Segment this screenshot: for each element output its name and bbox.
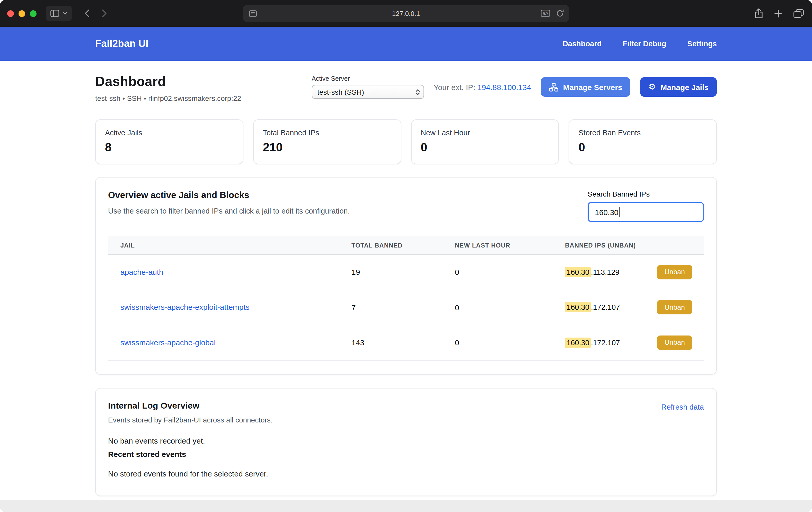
stat-card-stored-events: Stored Ban Events 0 <box>569 119 717 164</box>
unban-button[interactable]: Unban <box>657 336 692 350</box>
text-caret <box>619 207 620 217</box>
nav-item-settings[interactable]: Settings <box>688 39 717 48</box>
stat-value: 210 <box>263 140 392 154</box>
overview-subtitle: Use the search to filter banned IPs and … <box>108 207 350 215</box>
stat-card-total-banned: Total Banned IPs 210 <box>253 119 401 164</box>
forward-button[interactable] <box>97 6 112 21</box>
tab-overview-icon[interactable] <box>793 9 804 18</box>
column-header-jail: JAIL <box>108 241 339 249</box>
table-row: swissmakers-apache-exploit-attempts 7 0 … <box>108 290 704 325</box>
gear-icon: ⚙ <box>649 83 656 91</box>
total-banned-value: 7 <box>339 303 442 312</box>
sidebar-icon <box>51 10 59 17</box>
active-server-label: Active Server <box>312 75 424 82</box>
app-brand[interactable]: Fail2ban UI <box>95 38 148 49</box>
internal-log-card: Internal Log Overview Refresh data Event… <box>95 388 717 496</box>
new-last-hour-value: 0 <box>442 303 553 312</box>
banned-ip: 160.30.172.107 <box>565 339 620 347</box>
log-empty-events: No ban events recorded yet. <box>108 436 704 445</box>
stat-card-active-jails: Active Jails 8 <box>95 119 243 164</box>
translate-icon[interactable]: aA <box>541 10 550 17</box>
manage-jails-button[interactable]: ⚙ Manage Jails <box>640 77 717 97</box>
minimize-window-button[interactable] <box>19 10 25 17</box>
new-tab-icon[interactable] <box>775 9 782 17</box>
log-subtitle: Events stored by Fail2ban-UI across all … <box>108 416 704 424</box>
app-navbar: Fail2ban UI Dashboard Filter Debug Setti… <box>0 27 812 61</box>
svg-text:aA: aA <box>543 11 548 16</box>
manage-jails-label: Manage Jails <box>661 83 708 91</box>
jail-link[interactable]: swissmakers-apache-exploit-attempts <box>120 303 250 312</box>
reload-icon[interactable] <box>556 9 564 18</box>
refresh-data-link[interactable]: Refresh data <box>661 403 704 411</box>
select-chevrons-icon <box>415 88 420 95</box>
ip-rest: .172.107 <box>591 339 620 347</box>
chevron-down-icon <box>63 12 67 15</box>
stat-value: 0 <box>420 140 549 154</box>
ip-rest: .113.129 <box>591 268 619 276</box>
traffic-lights <box>7 10 36 17</box>
total-banned-value: 19 <box>339 268 442 277</box>
banned-ip: 160.30.172.107 <box>565 303 620 312</box>
ip-highlight: 160.30 <box>565 267 591 277</box>
table-row: apache-auth 19 0 160.30.113.129 Unban <box>108 255 704 290</box>
table-row: swissmakers-apache-global 143 0 160.30.1… <box>108 325 704 361</box>
ip-rest: .172.107 <box>591 303 620 312</box>
stat-label: New Last Hour <box>420 129 549 137</box>
ext-ip-value: 194.88.100.134 <box>477 83 531 91</box>
page-title: Dashboard <box>95 74 241 89</box>
overview-card: Overview active Jails and Blocks Use the… <box>95 177 717 374</box>
stat-label: Active Jails <box>105 129 234 137</box>
log-title: Internal Log Overview <box>108 401 199 411</box>
jail-link[interactable]: apache-auth <box>120 267 163 276</box>
stat-value: 8 <box>105 140 234 154</box>
nav-item-filter-debug[interactable]: Filter Debug <box>622 39 666 48</box>
sidebar-toggle-button[interactable] <box>46 6 72 21</box>
nav-item-dashboard[interactable]: Dashboard <box>563 39 602 48</box>
unban-button[interactable]: Unban <box>657 300 692 315</box>
browser-window: 127.0.0.1 aA Fail2ban U <box>0 0 812 512</box>
log-no-stored-events: No stored events found for the selected … <box>108 469 704 478</box>
stat-card-new-last-hour: New Last Hour 0 <box>411 119 559 164</box>
new-last-hour-value: 0 <box>442 268 553 277</box>
close-window-button[interactable] <box>7 10 14 17</box>
column-header-total-banned: TOTAL BANNED <box>339 241 442 249</box>
search-input-value: 160.30 <box>595 208 618 217</box>
stat-label: Stored Ban Events <box>579 129 707 137</box>
zoom-window-button[interactable] <box>30 10 36 17</box>
share-icon[interactable] <box>754 8 763 19</box>
new-last-hour-value: 0 <box>442 338 553 347</box>
window-bottom-strip <box>0 500 812 512</box>
page-subtitle: test-ssh • SSH • rlinfp02.swissmakers.co… <box>95 94 241 103</box>
overview-title: Overview active Jails and Blocks <box>108 190 350 201</box>
jail-link[interactable]: swissmakers-apache-global <box>120 338 215 347</box>
unban-button[interactable]: Unban <box>657 265 692 279</box>
manage-servers-label: Manage Servers <box>563 83 622 91</box>
column-header-banned-ips: BANNED IPS (UNBAN) <box>553 241 704 249</box>
active-server-value: test-ssh (SSH) <box>317 88 364 96</box>
ext-ip-label: Your ext. IP: <box>434 83 475 91</box>
column-header-new-last-hour: NEW LAST HOUR <box>442 241 553 249</box>
stat-value: 0 <box>579 140 707 154</box>
url-text: 127.0.0.1 <box>243 9 569 17</box>
back-button[interactable] <box>79 6 95 21</box>
stat-label: Total Banned IPs <box>263 129 392 137</box>
address-bar[interactable]: 127.0.0.1 aA <box>243 5 569 22</box>
log-recent-title: Recent stored events <box>108 450 704 458</box>
ip-highlight: 160.30 <box>565 338 591 348</box>
banned-ip: 160.30.113.129 <box>565 268 619 276</box>
table-header-row: JAIL TOTAL BANNED NEW LAST HOUR BANNED I… <box>108 236 704 255</box>
sitemap-icon <box>549 83 558 91</box>
jails-table: JAIL TOTAL BANNED NEW LAST HOUR BANNED I… <box>108 236 704 361</box>
ip-highlight: 160.30 <box>565 302 591 313</box>
search-banned-ips-label: Search Banned IPs <box>588 190 704 198</box>
total-banned-value: 143 <box>339 338 442 347</box>
stat-cards: Active Jails 8 Total Banned IPs 210 New … <box>95 119 717 164</box>
active-server-select[interactable]: test-ssh (SSH) <box>312 85 424 99</box>
browser-titlebar: 127.0.0.1 aA <box>0 0 812 27</box>
search-banned-ips-input[interactable]: 160.30 <box>588 202 704 222</box>
manage-servers-button[interactable]: Manage Servers <box>541 77 630 97</box>
